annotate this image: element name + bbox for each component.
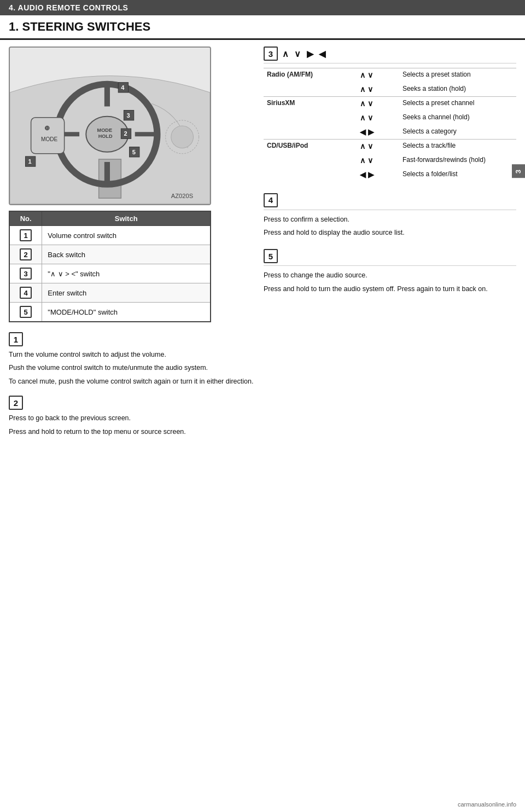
section-4-text: Press to confirm a selection.Press and h…	[264, 214, 516, 239]
table-row: 1 Volume control switch	[9, 226, 211, 245]
paragraph: Press and hold to turn the audio system …	[264, 284, 516, 294]
mode-desc: Selects a category	[399, 125, 516, 140]
mode-arrows: ∧ ∨	[357, 111, 399, 125]
mode-row: ◀ ▶ Selects a folder/list	[264, 168, 516, 182]
paragraph: Press to confirm a selection.	[264, 214, 516, 225]
section-5-block: 5 Press to change the audio source.Press…	[264, 249, 516, 294]
svg-point-25	[171, 126, 194, 148]
mode-arrows: ◀ ▶	[357, 125, 399, 140]
svg-text:MODE: MODE	[41, 136, 58, 142]
mode-arrows: ∧ ∨	[357, 97, 399, 111]
page-title: 1. STEERING SWITCHES	[0, 15, 525, 40]
row-label: "∧ ∨ > <" switch	[42, 264, 211, 283]
table-header-no: No.	[9, 211, 42, 226]
mode-label	[264, 111, 357, 125]
svg-text:2: 2	[124, 130, 127, 137]
mode-row: Radio (AM/FM) ∧ ∨ Selects a preset stati…	[264, 68, 516, 83]
steering-diagram: MODE HOLD ⊕ MODE 4 3	[9, 47, 211, 205]
mode-arrows: ∧ ∨	[357, 140, 399, 154]
svg-text:5: 5	[132, 149, 136, 155]
svg-text:3: 3	[127, 112, 130, 119]
mode-label: CD/USB/iPod	[264, 140, 357, 154]
section-3-block: 3 ∧ ∨ ▶ ◀ Radio (AM/FM) ∧ ∨ Selects a pr…	[264, 47, 516, 182]
mode-row: SiriusXM ∧ ∨ Selects a preset channel	[264, 97, 516, 111]
mode-desc: Selects a preset channel	[399, 97, 516, 111]
section-4-num: 4	[264, 193, 278, 207]
row-num: 4	[20, 287, 32, 299]
mode-label	[264, 125, 357, 140]
mode-row: ∧ ∨ Fast-forwards/rewinds (hold)	[264, 154, 516, 168]
section-3-text: Radio (AM/FM) ∧ ∨ Selects a preset stati…	[264, 68, 516, 182]
chapter-header: 4. AUDIO REMOTE CONTROLS	[0, 0, 525, 15]
mode-label: SiriusXM	[264, 97, 357, 111]
mode-desc: Seeks a station (hold)	[399, 83, 516, 97]
section-2-num: 2	[9, 396, 23, 410]
section-4-block: 4 Press to confirm a selection.Press and…	[264, 193, 516, 239]
mode-arrows: ∧ ∨	[357, 154, 399, 168]
paragraph: Press to change the audio source.	[264, 270, 516, 281]
svg-text:4: 4	[121, 84, 125, 91]
mode-arrows: ∧ ∨	[357, 68, 399, 83]
mode-desc: Selects a track/file	[399, 140, 516, 154]
mode-label	[264, 154, 357, 168]
paragraph: Push the volume control switch to mute/u…	[9, 363, 255, 373]
arrow-icons: ∧ ∨ ▶ ◀	[282, 49, 327, 59]
mode-desc: Fast-forwards/rewinds (hold)	[399, 154, 516, 168]
section-5-header: 5	[264, 249, 516, 266]
svg-text:HOLD: HOLD	[98, 134, 113, 139]
mode-desc: Selects a preset station	[399, 68, 516, 83]
section-5-num: 5	[264, 249, 278, 263]
mode-label	[264, 83, 357, 97]
row-num: 2	[20, 248, 32, 260]
section-2-block: 2 Press to go back to the previous scree…	[9, 396, 255, 437]
table-header-switch: Switch	[42, 211, 211, 226]
mode-desc: Seeks a channel (hold)	[399, 111, 516, 125]
mode-row: ∧ ∨ Seeks a channel (hold)	[264, 111, 516, 125]
row-num: 3	[20, 268, 32, 280]
section-5-text: Press to change the audio source.Press a…	[264, 270, 516, 294]
table-row: 3 "∧ ∨ > <" switch	[9, 264, 211, 283]
mode-arrows: ∧ ∨	[357, 83, 399, 97]
svg-text:⊕: ⊕	[44, 124, 50, 132]
bottom-logo: carmanualsonline.info	[458, 801, 516, 808]
mode-arrows: ◀ ▶	[357, 168, 399, 182]
switch-table: No. Switch 1 Volume control switch 2 Bac…	[9, 211, 211, 322]
table-row: 4 Enter switch	[9, 283, 211, 303]
mode-row: CD/USB/iPod ∧ ∨ Selects a track/file	[264, 140, 516, 154]
table-row: 2 Back switch	[9, 245, 211, 264]
left-column: MODE HOLD ⊕ MODE 4 3	[9, 47, 255, 446]
row-label: Back switch	[42, 245, 211, 264]
row-num: 1	[20, 229, 32, 241]
section-3-num: 3	[264, 47, 278, 61]
main-content: MODE HOLD ⊕ MODE 4 3	[0, 47, 525, 446]
mode-label	[264, 168, 357, 182]
section-4-header: 4	[264, 193, 516, 210]
svg-rect-10	[31, 118, 65, 154]
paragraph: To cancel mute, push the volume control …	[9, 376, 255, 387]
row-label: "MODE/HOLD" switch	[42, 303, 211, 322]
table-row: 5 "MODE/HOLD" switch	[9, 303, 211, 322]
section-1-block: 1 Turn the volume control switch to adju…	[9, 332, 255, 387]
section-1-num: 1	[9, 332, 23, 346]
right-column: 3 ∧ ∨ ▶ ◀ Radio (AM/FM) ∧ ∨ Selects a pr…	[264, 47, 516, 446]
svg-text:1: 1	[28, 158, 32, 165]
paragraph: Turn the volume control switch to adjust…	[9, 350, 255, 360]
section-3-modes-table: Radio (AM/FM) ∧ ∨ Selects a preset stati…	[264, 68, 516, 182]
paragraph: Press and hold to return to the top menu…	[9, 427, 255, 437]
mode-desc: Selects a folder/list	[399, 168, 516, 182]
section-2-text: Press to go back to the previous screen.…	[9, 413, 255, 437]
mode-row: ◀ ▶ Selects a category	[264, 125, 516, 140]
paragraph: Press and hold to display the audio sour…	[264, 228, 516, 238]
mode-row: ∧ ∨ Seeks a station (hold)	[264, 83, 516, 97]
section-3-header: 3 ∧ ∨ ▶ ◀	[264, 47, 516, 63]
row-label: Volume control switch	[42, 226, 211, 245]
row-label: Enter switch	[42, 283, 211, 303]
paragraph: Press to go back to the previous screen.	[9, 413, 255, 424]
mode-label: Radio (AM/FM)	[264, 68, 357, 83]
svg-text:AZ020S: AZ020S	[171, 193, 193, 199]
row-num: 5	[20, 306, 32, 318]
chapter-tab: 3	[512, 164, 525, 178]
svg-text:MODE: MODE	[97, 127, 112, 133]
section-1-text: Turn the volume control switch to adjust…	[9, 350, 255, 387]
